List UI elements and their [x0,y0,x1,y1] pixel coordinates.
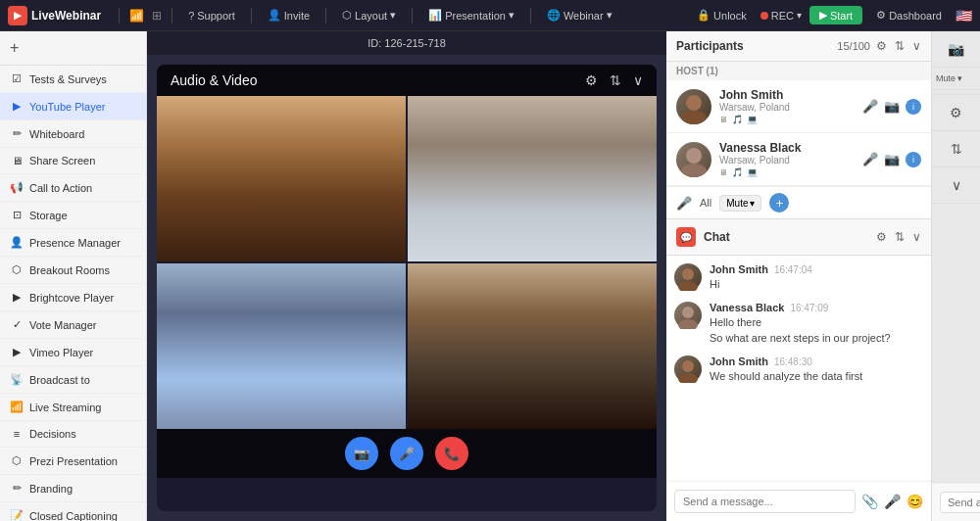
info-btn-vanessa[interactable]: i [906,152,921,167]
sidebar-item-presence[interactable]: 👤 Presence Manager [0,229,146,257]
broadcast-icon: 📡 [10,373,24,386]
participant-controls-john: 🎤 📷 i [862,99,921,115]
video-collapse-icon[interactable]: ∨ [633,72,643,88]
svg-point-5 [678,281,698,291]
participants-split-icon[interactable]: ⇅ [895,39,905,53]
unlock-nav[interactable]: 🔒 Unlock [691,7,753,24]
laptop-icon-v: 💻 [747,167,758,177]
participant-john: John Smith Warsaw, Poland 🖥 🎵 💻 🎤 📷 i [666,80,931,133]
strip-collapse[interactable]: ∨ [932,167,980,204]
svg-point-3 [681,164,707,177]
sidebar-item-tests[interactable]: ☑ Tests & Surveys [0,66,146,93]
mic-ctrl-vanessa[interactable]: 🎤 [862,152,878,166]
video-ctrl-vanessa[interactable]: 📷 [884,152,900,166]
chat-collapse-icon[interactable]: ∨ [912,230,921,244]
sidebar-item-decisions[interactable]: ≡ Decisions [0,421,146,448]
svg-point-8 [682,360,694,372]
video-gear-icon[interactable]: ⚙ [585,72,598,88]
presentation-nav[interactable]: 📊 Presentation ▾ [422,7,520,24]
chat-content-3: John Smith 16:48:30 We should analyze th… [710,355,923,384]
svg-point-7 [678,319,698,329]
end-call-button[interactable]: 📞 [435,437,468,470]
chat-messages: John Smith 16:47:04 Hi Vanessa Black 16:… [666,256,931,481]
content-area: ID: 126-215-718 Audio & Video ⚙ ⇅ ∨ [147,31,666,521]
cta-icon: 📢 [10,181,24,194]
chat-input[interactable] [674,490,856,513]
add-participant-button[interactable]: + [769,193,789,213]
mute-button[interactable]: Mute ▾ [719,195,761,212]
strip-chevron: ▾ [957,73,962,83]
sidebar-item-vote[interactable]: ✓ Vote Manager [0,311,146,339]
sidebar-item-youtube[interactable]: ▶ YouTube Player [0,93,146,120]
strip-collapse-icon: ∨ [952,177,961,193]
video-cell-3 [157,263,406,429]
start-play-icon: ▶ [819,9,827,22]
toggle-mic-button[interactable]: 🎤 [390,437,423,470]
chat-input-row: 📎 🎤 😊 [666,481,931,521]
nav-sep-3 [251,8,252,24]
chat-split-icon[interactable]: ⇅ [895,230,905,244]
strip-mute-row: Mute ▾ [932,68,980,90]
chat-sender-3: John Smith [710,355,768,367]
invite-nav[interactable]: 👤 Invite [262,7,316,24]
participant-info-john: John Smith Warsaw, Poland 🖥 🎵 💻 [719,88,855,124]
sidebar-item-share[interactable]: 🖥 Share Screen [0,148,146,174]
sidebar-item-streaming[interactable]: 📶 Live Streaming [0,394,146,421]
sidebar-item-vimeo[interactable]: ▶ Vimeo Player [0,339,146,366]
sidebar-item-whiteboard[interactable]: ✏ Whiteboard [0,120,146,148]
emoji-icon[interactable]: 😊 [906,494,923,509]
all-btn[interactable]: All [700,197,711,209]
toggle-video-button[interactable]: 📷 [345,437,378,470]
tests-icon: ☑ [10,72,24,85]
participants-panel: Participants 15/100 ⚙ ⇅ ∨ HOST (1) John … [666,31,931,219]
participants-title: Participants [676,39,831,53]
strip-video[interactable]: 📷 [932,31,980,68]
chat-sender-2: Vanessa Black [710,302,784,313]
attachment-icon[interactable]: 📎 [861,494,878,509]
logo-text: LiveWebinar [31,9,101,23]
participant-icons-john: 🖥 🎵 💻 [719,115,855,124]
sidebar-item-broadcast[interactable]: 📡 Broadcast to [0,366,146,394]
strip-spacer [932,204,980,483]
rec-label: REC [771,10,794,22]
strip-split[interactable]: ⇅ [932,131,980,167]
strip-send-row: 📎 🎤 [932,483,980,521]
chat-msg-1: John Smith 16:47:04 Hi [674,263,923,292]
sidebar-item-branding[interactable]: ✏ Branding [0,475,146,502]
participant-icons-vanessa: 🖥 🎵 💻 [719,167,855,177]
video-controls: 📷 🎤 📞 [157,429,657,478]
svg-point-0 [686,95,702,111]
rec-control[interactable]: REC ▾ [760,10,802,22]
layout-nav[interactable]: ⬡ Layout ▾ [336,7,402,24]
sidebar-item-captions[interactable]: 📝 Closed Captioning [0,502,146,521]
sidebar-item-breakout[interactable]: ⬡ Breakout Rooms [0,257,146,284]
info-btn-john[interactable]: i [906,99,921,115]
strip-gear[interactable]: ⚙ [932,94,980,131]
webinar-nav[interactable]: 🌐 Webinar ▾ [541,7,618,24]
sidebar-item-storage[interactable]: ⊡ Storage [0,202,146,229]
sidebar-item-prezi[interactable]: ⬡ Prezi Presentation [0,448,146,475]
strip-send-input[interactable] [940,492,980,513]
chat-content-1: John Smith 16:47:04 Hi [710,263,923,292]
sidebar-item-cta[interactable]: 📢 Call to Action [0,174,146,202]
streaming-icon: 📶 [10,401,24,413]
grid-icon: ⊞ [152,9,162,23]
mic-ctrl-john[interactable]: 🎤 [862,99,878,114]
start-button[interactable]: ▶ Start [809,6,862,24]
chat-gear-icon[interactable]: ⚙ [876,230,887,244]
logo: ▶ LiveWebinar [8,6,101,25]
dashboard-nav[interactable]: ⚙ Dashboard [870,7,948,24]
participant-location-john: Warsaw, Poland [719,102,855,113]
voice-icon[interactable]: 🎤 [884,494,901,509]
sidebar-item-brightcove[interactable]: ▶ Brightcove Player [0,284,146,311]
chat-meta-2: Vanessa Black 16:47:09 [710,302,923,313]
video-ctrl-john[interactable]: 📷 [884,99,900,114]
sidebar-add-button[interactable]: + [0,31,146,66]
chat-time-3: 16:48:30 [774,356,812,367]
participants-collapse-icon[interactable]: ∨ [912,39,921,53]
participants-gear-icon[interactable]: ⚙ [876,39,887,53]
branding-icon: ✏ [10,482,24,495]
video-split-icon[interactable]: ⇅ [610,72,621,88]
support-nav[interactable]: ? Support [182,8,241,24]
participants-footer: 🎤 All Mute ▾ + [666,186,931,218]
